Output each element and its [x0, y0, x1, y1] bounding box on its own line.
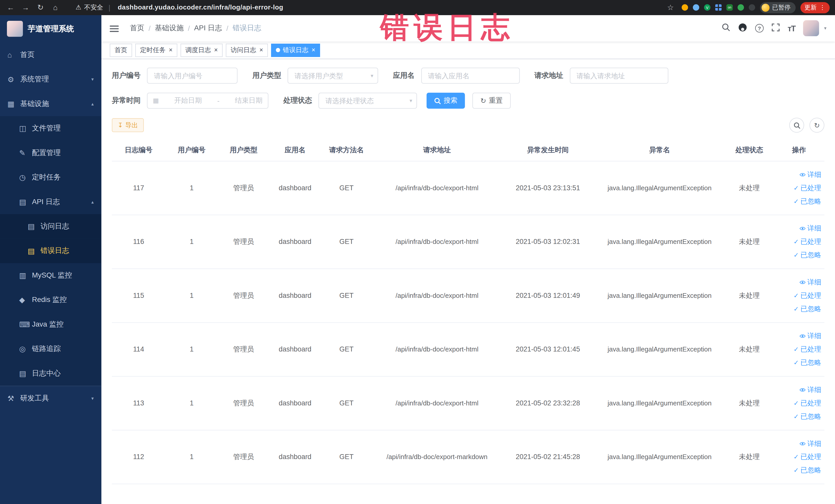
search-icon[interactable] [721, 23, 730, 33]
cell-log-id: 115 [112, 268, 166, 322]
extension-icon[interactable]: on [727, 4, 733, 11]
detail-link[interactable]: 详细 [799, 277, 821, 287]
detail-link[interactable]: 详细 [799, 439, 821, 448]
user-type-select[interactable]: ▾ [287, 67, 378, 83]
tab-schedule-log[interactable]: 调度日志 × [180, 43, 223, 57]
column-header: 处理状态 [725, 140, 773, 161]
export-button[interactable]: ↧ 导出 [112, 118, 144, 132]
more-menu-icon[interactable]: ⋮ [819, 4, 826, 11]
column-header: 操作 [773, 140, 824, 161]
ignored-link[interactable]: ✓已忽略 [793, 358, 821, 367]
processed-link[interactable]: ✓已处理 [793, 183, 821, 193]
sidebar-item-access-log[interactable]: ▤ 访问日志 [0, 214, 101, 239]
breadcrumb-item[interactable]: API 日志 [194, 23, 222, 33]
close-icon[interactable]: × [169, 47, 173, 54]
toggle-search-button[interactable] [789, 118, 804, 133]
fullscreen-icon[interactable] [772, 23, 779, 33]
forward-icon[interactable]: → [19, 2, 32, 13]
breadcrumb-separator: / [226, 24, 228, 32]
sidebar-item-file-management[interactable]: ◫ 文件管理 [0, 116, 101, 140]
request-url-input[interactable] [570, 67, 668, 83]
sidebar-item-label: API 日志 [32, 197, 89, 207]
extension-icon[interactable]: V [704, 4, 711, 11]
detail-link[interactable]: 详细 [799, 331, 821, 340]
processed-link[interactable]: ✓已处理 [793, 398, 821, 408]
ignored-link[interactable]: ✓已忽略 [793, 411, 821, 421]
processed-link[interactable]: ✓已处理 [793, 237, 821, 246]
close-icon[interactable]: × [259, 47, 263, 54]
close-icon[interactable]: × [214, 47, 218, 54]
extension-icon[interactable] [737, 4, 744, 11]
user-id-input[interactable] [147, 67, 238, 83]
back-icon[interactable]: ← [4, 2, 17, 13]
sidebar-item-tracing[interactable]: ◎ 链路追踪 [0, 337, 101, 361]
cell-status: 未处理 [725, 268, 773, 322]
sidebar-toggle-button[interactable] [109, 24, 120, 33]
processed-link[interactable]: ✓已处理 [793, 452, 821, 461]
sidebar-item-redis-monitor[interactable]: ◆ Redis 监控 [0, 287, 101, 312]
cell-exception-name: java.lang.IllegalArgumentException [594, 215, 725, 268]
font-size-icon[interactable]: тT [788, 24, 795, 33]
site-security[interactable]: ⚠ 不安全 [76, 3, 103, 12]
processed-link[interactable]: ✓已处理 [793, 291, 821, 300]
extension-icon[interactable] [715, 4, 721, 11]
bookmark-star-icon[interactable]: ☆ [664, 2, 677, 13]
profile-chip[interactable]: 已暂停 [760, 2, 795, 13]
breadcrumb-item[interactable]: 首页 [130, 23, 144, 33]
chevron-down-icon[interactable]: ▾ [824, 26, 827, 31]
sidebar-item-scheduled-tasks[interactable]: ◷ 定时任务 [0, 165, 101, 189]
column-header: 异常发生时间 [502, 140, 594, 161]
search-button[interactable]: 搜索 [427, 93, 465, 108]
sidebar-item-config-management[interactable]: ✎ 配置管理 [0, 141, 101, 165]
check-icon: ✓ [793, 251, 799, 259]
tab-scheduled-tasks[interactable]: 定时任务 × [135, 43, 177, 57]
reset-button[interactable]: ↻ 重置 [472, 93, 511, 108]
sidebar-item-home[interactable]: ⌂ 首页 [0, 43, 101, 67]
sidebar-item-infrastructure[interactable]: ▦ 基础设施 ▴ [0, 92, 101, 116]
detail-link[interactable]: 详细 [799, 223, 821, 233]
column-header: 应用名 [269, 140, 321, 161]
refresh-table-button[interactable]: ↻ [810, 118, 824, 133]
sidebar-item-system-management[interactable]: ⚙ 系统管理 ▾ [0, 67, 101, 92]
ignored-link[interactable]: ✓已忽略 [793, 250, 821, 260]
ignored-link[interactable]: ✓已忽略 [793, 304, 821, 314]
page-content: 用户编号 用户类型 ▾ 应用名 请求地址 异常时间 ▦ [101, 59, 835, 484]
help-icon[interactable]: ? [755, 24, 763, 32]
github-icon[interactable] [738, 23, 747, 34]
document-icon: ▤ [28, 247, 41, 255]
sidebar-item-api-logs[interactable]: ▤ API 日志 ▴ [0, 190, 101, 214]
sidebar-item-java-monitor[interactable]: ⌨ Java 监控 [0, 312, 101, 337]
processed-label: 已处理 [800, 398, 821, 408]
tab-access-log[interactable]: 访问日志 × [226, 43, 268, 57]
extension-icon[interactable] [693, 4, 699, 11]
sidebar-item-error-log[interactable]: ▤ 错误日志 [0, 239, 101, 263]
ignored-link[interactable]: ✓已忽略 [793, 196, 821, 206]
sidebar-item-mysql-monitor[interactable]: ▥ MySQL 监控 [0, 263, 101, 287]
ignored-link[interactable]: ✓已忽略 [793, 465, 821, 475]
sidebar-item-dev-tools[interactable]: ⚒ 研发工具 ▾ [0, 386, 101, 410]
tab-home[interactable]: 首页 [109, 43, 132, 57]
home-icon[interactable]: ⌂ [49, 2, 62, 13]
extension-icon[interactable] [682, 4, 688, 11]
breadcrumb-item[interactable]: 基础设施 [155, 23, 184, 33]
status-select[interactable]: ▾ [319, 93, 417, 108]
refresh-icon[interactable]: ↻ [34, 2, 47, 13]
sidebar-item-log-center[interactable]: ▤ 日志中心 [0, 361, 101, 386]
extension-icon[interactable] [749, 4, 755, 11]
close-icon[interactable]: × [312, 47, 315, 54]
processed-label: 已处理 [800, 183, 821, 193]
detail-link[interactable]: 详细 [799, 170, 821, 179]
column-header: 日志编号 [112, 140, 166, 161]
user-type-select-input[interactable] [287, 67, 378, 83]
app-name-input[interactable] [421, 67, 520, 83]
exception-time-range-picker[interactable]: ▦ 开始日期 - 结束日期 [147, 93, 268, 108]
cell-method: GET [321, 430, 372, 484]
user-avatar[interactable] [803, 20, 819, 36]
tab-error-log[interactable]: 错误日志 × [271, 43, 320, 57]
app-logo[interactable]: 芋道管理系统 [0, 15, 101, 43]
address-bar[interactable]: dashboard.yudao.iocoder.cn/infra/log/api… [118, 4, 283, 11]
processed-link[interactable]: ✓已处理 [793, 344, 821, 354]
detail-link[interactable]: 详细 [799, 385, 821, 395]
browser-update-button[interactable]: 更新 ⋮ [800, 2, 830, 13]
status-select-input[interactable] [319, 93, 417, 108]
